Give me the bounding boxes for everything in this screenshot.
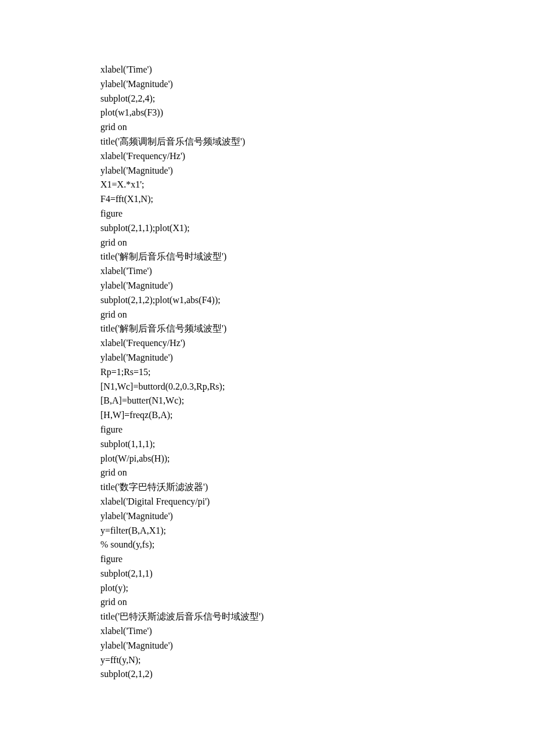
code-line: ylabel('Magnitude') xyxy=(100,77,534,92)
code-line: [H,W]=freqz(B,A); xyxy=(100,408,534,423)
code-line: xlabel('Time') xyxy=(100,264,534,279)
code-line: % sound(y,fs); xyxy=(100,538,534,552)
code-line: subplot(2,1,1);plot(X1); xyxy=(100,221,534,236)
code-line: xlabel('Time') xyxy=(100,63,534,77)
code-line: plot(W/pi,abs(H)); xyxy=(100,452,534,466)
code-line: figure xyxy=(100,552,534,567)
code-line: Rp=1;Rs=15; xyxy=(100,365,534,380)
code-line: subplot(2,1,2) xyxy=(100,667,534,682)
code-line: ylabel('Magnitude') xyxy=(100,279,534,293)
code-line: xlabel('Frequency/Hz') xyxy=(100,336,534,351)
code-line: subplot(2,2,4); xyxy=(100,92,534,106)
code-line: grid on xyxy=(100,466,534,480)
code-line: X1=X.*x1'; xyxy=(100,178,534,192)
code-line: xlabel('Digital Frequency/pi') xyxy=(100,495,534,509)
code-line: title('解制后音乐信号频域波型') xyxy=(100,322,534,336)
code-line: xlabel('Frequency/Hz') xyxy=(100,149,534,164)
code-line: y=filter(B,A,X1); xyxy=(100,524,534,538)
code-line: ylabel('Magnitude') xyxy=(100,509,534,524)
code-line: y=fft(y,N); xyxy=(100,653,534,668)
code-line: grid on xyxy=(100,595,534,610)
code-line: title('巴特沃斯滤波后音乐信号时域波型') xyxy=(100,610,534,624)
code-line: ylabel('Magnitude') xyxy=(100,639,534,653)
code-line: grid on xyxy=(100,236,534,250)
code-block: xlabel('Time')ylabel('Magnitude')subplot… xyxy=(100,63,534,682)
code-line: ylabel('Magnitude') xyxy=(100,351,534,365)
code-line: subplot(2,1,2);plot(w1,abs(F4)); xyxy=(100,293,534,308)
code-line: figure xyxy=(100,207,534,221)
code-line: plot(w1,abs(F3)) xyxy=(100,106,534,120)
code-line: subplot(2,1,1) xyxy=(100,567,534,581)
code-line: title('数字巴特沃斯滤波器') xyxy=(100,480,534,495)
code-line: [N1,Wc]=buttord(0.2,0.3,Rp,Rs); xyxy=(100,380,534,394)
code-line: F4=fft(X1,N); xyxy=(100,192,534,207)
code-line: [B,A]=butter(N1,Wc); xyxy=(100,394,534,408)
code-line: ylabel('Magnitude') xyxy=(100,164,534,178)
code-line: title('解制后音乐信号时域波型') xyxy=(100,250,534,264)
code-line: grid on xyxy=(100,308,534,322)
code-line: subplot(1,1,1); xyxy=(100,437,534,452)
code-line: figure xyxy=(100,423,534,437)
code-line: xlabel('Time') xyxy=(100,624,534,639)
code-line: grid on xyxy=(100,120,534,135)
code-line: plot(y); xyxy=(100,581,534,596)
code-line: title('高频调制后音乐信号频域波型') xyxy=(100,135,534,149)
